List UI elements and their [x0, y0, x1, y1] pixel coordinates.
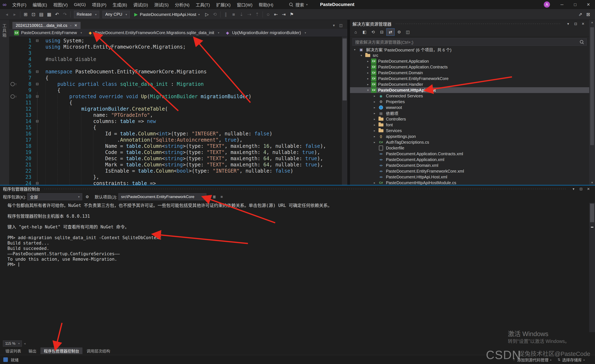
pin-icon[interactable]: ▫	[70, 24, 71, 27]
indent-increase-icon[interactable]: ⇥	[280, 11, 288, 18]
tree-item-7[interactable]: ▾C#PasteDocument.HttpApi.Host	[350, 87, 589, 93]
package-source-settings-icon[interactable]: ⚙	[84, 193, 91, 200]
close-button[interactable]: ✕	[582, 0, 595, 9]
tree-item-23[interactable]: ▸C#PasteDocumentHttpApiHostModule.cs	[350, 180, 589, 185]
menu-item-8[interactable]: 分析(N)	[172, 0, 192, 9]
tree-item-14[interactable]: ▸Services	[350, 128, 589, 134]
step-out-icon[interactable]: ⇡	[253, 11, 261, 18]
solution-explorer-scrollbar[interactable]: ▲ ▼	[589, 20, 595, 185]
redo-icon[interactable]: ↷	[61, 11, 69, 18]
maximize-panel-icon[interactable]: ⊡	[577, 186, 585, 192]
avatar[interactable]: A	[544, 1, 550, 8]
chevron-right-icon[interactable]: ▸	[371, 129, 378, 132]
menu-item-6[interactable]: 调试(D)	[130, 0, 151, 9]
menu-item-0[interactable]: 文件(F)	[9, 0, 29, 9]
chevron-right-icon[interactable]: ▸	[365, 77, 371, 80]
editor-scrollbar-thumb[interactable]	[343, 38, 347, 100]
tree-item-1[interactable]: ▾src	[350, 52, 589, 58]
menu-item-3[interactable]: Git(G)	[71, 0, 89, 9]
chevron-right-icon[interactable]: ▸	[371, 141, 378, 144]
zoom-dropdown[interactable]: 115 %	[3, 340, 22, 347]
tree-item-2[interactable]: ▸C#PasteDocument.Application	[350, 58, 589, 64]
tree-item-9[interactable]: ▸⚙Properties	[350, 99, 589, 105]
maximize-panel-icon[interactable]: ⊡	[572, 21, 579, 27]
tree-item-13[interactable]: ▸font	[350, 122, 589, 128]
sync-with-active-document-icon[interactable]: ⇄	[386, 28, 395, 36]
break-all-icon[interactable]: ∥	[222, 11, 230, 18]
tree-item-12[interactable]: ▸Controllers	[350, 116, 589, 122]
tree-item-4[interactable]: ▸C#PasteDocument.Domain	[350, 70, 589, 76]
find-in-files-icon[interactable]: ◌	[264, 11, 272, 18]
indent-decrease-icon[interactable]: ⇤	[272, 11, 280, 18]
close-panel-icon[interactable]: ✕	[579, 21, 587, 27]
package-source-dropdown[interactable]: 全部	[27, 193, 82, 200]
switch-views-icon[interactable]: ⌂	[352, 28, 360, 36]
active-files-dropdown-icon[interactable]: ▾	[330, 22, 337, 29]
stop-debugging-icon[interactable]: ■	[230, 11, 238, 18]
menu-item-2[interactable]: 视图(V)	[50, 0, 71, 9]
breadcrumb-project-dropdown[interactable]: C# PasteDocument.EntityFramew ▾	[11, 30, 85, 35]
panel-tab-1[interactable]: 输出	[25, 348, 40, 354]
tree-item-6[interactable]: ▸C#PasteDocument.Handler	[350, 81, 589, 87]
tree-item-16[interactable]: ▸C#AuthTagDescriptions.cs	[350, 139, 589, 145]
chevron-right-icon[interactable]: ▸	[371, 94, 378, 98]
fold-collapse-icon[interactable]: ⊟	[31, 38, 43, 44]
toolbox-tab[interactable]: 工具箱	[2, 24, 7, 38]
close-tab-icon[interactable]: ✕	[74, 23, 77, 28]
hot-reload-icon[interactable]: ⟲	[211, 11, 219, 18]
console-output[interactable]: 每个包都由其所有者许可给你。NuGet 不负责第三方包，也不授予其许可证。一些包…	[0, 203, 589, 326]
tree-item-3[interactable]: ▸C#PasteDocument.Application.Contracts	[350, 64, 589, 70]
properties-icon[interactable]: ⚙	[395, 28, 403, 36]
menu-item-7[interactable]: 测试(S)	[151, 0, 172, 9]
default-project-dropdown[interactable]: src\PasteDocument.EntityFrameworkCore	[118, 193, 206, 200]
tree-item-20[interactable]: <>PasteDocument.Domain.xml	[350, 163, 589, 168]
menu-item-10[interactable]: 扩展(X)	[213, 0, 234, 9]
chevron-down-icon[interactable]: ▾	[352, 48, 358, 51]
code-editor[interactable]: 1⊟using System;2using Microsoft.EntityFr…	[9, 37, 342, 185]
clear-console-icon[interactable]: ≣	[211, 193, 218, 200]
chevron-right-icon[interactable]: ▸	[371, 100, 378, 103]
fold-collapse-icon[interactable]: ⊟	[31, 81, 43, 87]
panel-drag-grip[interactable]	[44, 188, 566, 190]
undo-icon[interactable]: ↶	[53, 11, 61, 18]
console-scrollbar[interactable]	[589, 203, 595, 332]
tree-item-0[interactable]: ▾▣解决方案 'PasteDocument' (6 个项目，共 6 个)	[350, 47, 589, 52]
tree-item-8[interactable]: ▸◉Connected Services	[350, 93, 589, 99]
global-search-control[interactable]: 搜索 ▾	[286, 1, 311, 8]
window-position-icon[interactable]: ▾	[564, 21, 572, 27]
chevron-right-icon[interactable]: ▸	[365, 59, 371, 63]
save-icon[interactable]: ▤	[37, 11, 45, 18]
pending-changes-filter-icon[interactable]: ◧	[360, 28, 368, 36]
collapse-all-icon[interactable]: ⊟	[378, 28, 386, 36]
scroll-left-icon[interactable]: ◂	[24, 342, 26, 345]
menu-item-12[interactable]: 帮助(H)	[255, 0, 276, 9]
toggle-bookmark-icon[interactable]: ⚑	[288, 11, 296, 18]
chevron-down-icon[interactable]: ▾	[358, 54, 364, 57]
panel-tab-2[interactable]: 程序包管理器控制台	[41, 348, 82, 354]
fold-collapse-icon[interactable]: ⊟	[31, 69, 43, 75]
tree-item-10[interactable]: ▸wwwroot	[350, 105, 589, 110]
save-all-icon[interactable]: ▦	[45, 11, 53, 18]
menu-item-1[interactable]: 编辑(E)	[29, 0, 50, 9]
chevron-down-icon[interactable]: ▾	[365, 88, 371, 92]
chevron-right-icon[interactable]: ▸	[371, 117, 378, 121]
start-without-debugging-icon[interactable]: ▷	[203, 11, 211, 18]
tree-item-19[interactable]: <>PasteDocument.Application.xml	[350, 157, 589, 163]
chevron-right-icon[interactable]: ▸	[371, 112, 378, 115]
open-file-icon[interactable]: ⊡	[29, 11, 37, 18]
navigate-forward-icon[interactable]: ▸	[11, 11, 19, 18]
show-all-files-icon[interactable]: ◫	[404, 28, 412, 36]
editor-tab[interactable]: 202412100911...data_init.cs ▫ ✕	[12, 22, 81, 29]
chevron-right-icon[interactable]: ▸	[365, 65, 371, 69]
feedback-icon[interactable]: ⊠	[584, 11, 592, 18]
console-scrollbar-thumb[interactable]	[590, 204, 594, 222]
navigate-backward-icon[interactable]: ◂	[3, 11, 11, 18]
chevron-right-icon[interactable]: ▸	[371, 135, 378, 138]
breadcrumb-member-dropdown[interactable]: ◈ Up(MigrationBuilder migrationBuilder) …	[222, 30, 309, 35]
platform-dropdown[interactable]: Any CPU	[102, 11, 129, 18]
tree-item-11[interactable]: ▸▤依赖项	[350, 110, 589, 116]
tree-item-5[interactable]: ▸C#PasteDocument.EntityFrameworkCore	[350, 76, 589, 81]
configuration-dropdown[interactable]: Release	[74, 11, 99, 18]
solution-search-input[interactable]: 搜索解决方案资源管理器(Ctrl+;)	[353, 38, 587, 46]
window-split-icon[interactable]: ◫	[337, 22, 344, 29]
